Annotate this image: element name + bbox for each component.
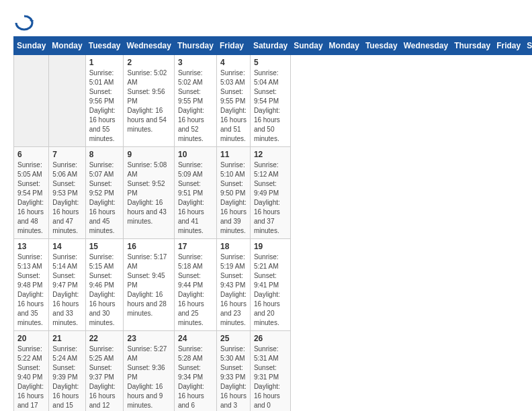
day-number: 4 (220, 58, 247, 67)
day-number: 17 (178, 242, 213, 251)
day-info: Sunrise: 5:07 AM Sunset: 9:52 PM Dayligh… (89, 161, 120, 236)
header-tuesday: Tuesday (85, 37, 124, 55)
calendar-cell: 18Sunrise: 5:19 AM Sunset: 9:43 PM Dayli… (216, 239, 250, 331)
week-row-3: 13Sunrise: 5:13 AM Sunset: 9:48 PM Dayli… (14, 239, 533, 331)
header-thursday: Thursday (174, 37, 216, 55)
day-info: Sunrise: 5:14 AM Sunset: 9:47 PM Dayligh… (52, 253, 81, 328)
day-number: 15 (89, 242, 120, 251)
day-number: 16 (127, 242, 170, 251)
day-number: 24 (178, 334, 213, 343)
logo-icon (15, 13, 34, 32)
day-number: 13 (17, 242, 45, 251)
day-info: Sunrise: 5:05 AM Sunset: 9:54 PM Dayligh… (17, 161, 45, 236)
day-info: Sunrise: 5:25 AM Sunset: 9:37 PM Dayligh… (89, 345, 120, 411)
calendar-cell: 13Sunrise: 5:13 AM Sunset: 9:48 PM Dayli… (14, 239, 49, 331)
calendar-cell: 12Sunrise: 5:12 AM Sunset: 9:49 PM Dayli… (250, 147, 290, 239)
calendar-cell: 16Sunrise: 5:17 AM Sunset: 9:45 PM Dayli… (124, 239, 174, 331)
day-info: Sunrise: 5:22 AM Sunset: 9:40 PM Dayligh… (17, 345, 45, 411)
header-sunday: Sunday (14, 37, 49, 55)
day-number: 12 (254, 150, 287, 159)
calendar-cell: 2Sunrise: 5:02 AM Sunset: 9:56 PM Daylig… (124, 55, 174, 147)
header-saturday: Saturday (250, 37, 290, 55)
day-info: Sunrise: 5:01 AM Sunset: 9:56 PM Dayligh… (89, 68, 120, 144)
header-day-friday: Friday (494, 37, 524, 55)
day-number: 20 (17, 334, 45, 343)
day-info: Sunrise: 5:04 AM Sunset: 9:54 PM Dayligh… (254, 68, 287, 144)
calendar-cell: 24Sunrise: 5:28 AM Sunset: 9:34 PM Dayli… (174, 331, 216, 412)
day-info: Sunrise: 5:19 AM Sunset: 9:43 PM Dayligh… (220, 253, 247, 328)
calendar-cell (14, 55, 49, 147)
day-info: Sunrise: 5:17 AM Sunset: 9:45 PM Dayligh… (127, 253, 170, 318)
day-info: Sunrise: 5:06 AM Sunset: 9:53 PM Dayligh… (52, 161, 81, 236)
day-info: Sunrise: 5:10 AM Sunset: 9:50 PM Dayligh… (220, 161, 247, 236)
calendar-cell: 6Sunrise: 5:05 AM Sunset: 9:54 PM Daylig… (14, 147, 49, 239)
day-number: 21 (52, 334, 81, 343)
day-number: 3 (178, 58, 213, 67)
week-row-1: 1Sunrise: 5:01 AM Sunset: 9:56 PM Daylig… (14, 55, 533, 147)
day-number: 23 (127, 334, 170, 343)
header-day-saturday: Saturday (524, 37, 532, 55)
day-number: 8 (89, 150, 120, 159)
day-info: Sunrise: 5:13 AM Sunset: 9:48 PM Dayligh… (17, 253, 45, 328)
day-number: 25 (220, 334, 247, 343)
calendar-cell: 8Sunrise: 5:07 AM Sunset: 9:52 PM Daylig… (85, 147, 124, 239)
day-info: Sunrise: 5:31 AM Sunset: 9:31 PM Dayligh… (254, 345, 287, 411)
calendar-cell: 26Sunrise: 5:31 AM Sunset: 9:31 PM Dayli… (250, 331, 290, 412)
day-number: 5 (254, 58, 287, 67)
page-header (13, 13, 519, 30)
header-day-sunday: Sunday (291, 37, 326, 55)
calendar-cell: 20Sunrise: 5:22 AM Sunset: 9:40 PM Dayli… (14, 331, 49, 412)
day-info: Sunrise: 5:28 AM Sunset: 9:34 PM Dayligh… (178, 345, 213, 411)
day-info: Sunrise: 5:12 AM Sunset: 9:49 PM Dayligh… (254, 161, 287, 236)
header-friday: Friday (216, 37, 250, 55)
day-info: Sunrise: 5:09 AM Sunset: 9:51 PM Dayligh… (178, 161, 213, 236)
day-info: Sunrise: 5:18 AM Sunset: 9:44 PM Dayligh… (178, 253, 213, 328)
day-number: 14 (52, 242, 81, 251)
day-info: Sunrise: 5:03 AM Sunset: 9:55 PM Dayligh… (220, 68, 247, 144)
day-number: 7 (52, 150, 81, 159)
calendar-cell: 11Sunrise: 5:10 AM Sunset: 9:50 PM Dayli… (216, 147, 250, 239)
day-number: 19 (254, 242, 287, 251)
header-day-tuesday: Tuesday (362, 37, 400, 55)
calendar-cell: 5Sunrise: 5:04 AM Sunset: 9:54 PM Daylig… (250, 55, 290, 147)
calendar-cell: 17Sunrise: 5:18 AM Sunset: 9:44 PM Dayli… (174, 239, 216, 331)
day-number: 11 (220, 150, 247, 159)
calendar-cell: 1Sunrise: 5:01 AM Sunset: 9:56 PM Daylig… (85, 55, 124, 147)
day-info: Sunrise: 5:27 AM Sunset: 9:36 PM Dayligh… (127, 345, 170, 410)
day-number: 10 (178, 150, 213, 159)
header-day-monday: Monday (326, 37, 362, 55)
day-info: Sunrise: 5:08 AM Sunset: 9:52 PM Dayligh… (127, 161, 170, 226)
day-info: Sunrise: 5:02 AM Sunset: 9:56 PM Dayligh… (127, 68, 170, 134)
day-info: Sunrise: 5:24 AM Sunset: 9:39 PM Dayligh… (52, 345, 81, 411)
day-number: 26 (254, 334, 287, 343)
day-info: Sunrise: 5:30 AM Sunset: 9:33 PM Dayligh… (220, 345, 247, 411)
calendar-cell: 21Sunrise: 5:24 AM Sunset: 9:39 PM Dayli… (49, 331, 85, 412)
calendar-cell: 15Sunrise: 5:15 AM Sunset: 9:46 PM Dayli… (85, 239, 124, 331)
calendar-cell: 9Sunrise: 5:08 AM Sunset: 9:52 PM Daylig… (124, 147, 174, 239)
calendar-cell: 3Sunrise: 5:02 AM Sunset: 9:55 PM Daylig… (174, 55, 216, 147)
day-info: Sunrise: 5:21 AM Sunset: 9:41 PM Dayligh… (254, 253, 287, 328)
day-number: 2 (127, 58, 170, 67)
day-number: 18 (220, 242, 247, 251)
calendar-header-row: SundayMondayTuesdayWednesdayThursdayFrid… (14, 37, 533, 55)
week-row-2: 6Sunrise: 5:05 AM Sunset: 9:54 PM Daylig… (14, 147, 533, 239)
calendar-cell: 19Sunrise: 5:21 AM Sunset: 9:41 PM Dayli… (250, 239, 290, 331)
header-monday: Monday (49, 37, 85, 55)
header-day-thursday: Thursday (451, 37, 494, 55)
calendar-cell: 7Sunrise: 5:06 AM Sunset: 9:53 PM Daylig… (49, 147, 85, 239)
calendar-cell: 23Sunrise: 5:27 AM Sunset: 9:36 PM Dayli… (124, 331, 174, 412)
logo (13, 13, 34, 30)
header-day-wednesday: Wednesday (400, 37, 451, 55)
calendar-cell: 4Sunrise: 5:03 AM Sunset: 9:55 PM Daylig… (216, 55, 250, 147)
day-number: 1 (89, 58, 120, 67)
calendar-table: SundayMondayTuesdayWednesdayThursdayFrid… (13, 36, 532, 411)
calendar-cell: 10Sunrise: 5:09 AM Sunset: 9:51 PM Dayli… (174, 147, 216, 239)
day-info: Sunrise: 5:15 AM Sunset: 9:46 PM Dayligh… (89, 253, 120, 328)
calendar-cell (49, 55, 85, 147)
day-info: Sunrise: 5:02 AM Sunset: 9:55 PM Dayligh… (178, 68, 213, 144)
day-number: 6 (17, 150, 45, 159)
day-number: 22 (89, 334, 120, 343)
calendar-cell: 22Sunrise: 5:25 AM Sunset: 9:37 PM Dayli… (85, 331, 124, 412)
header-wednesday: Wednesday (124, 37, 174, 55)
calendar-cell: 14Sunrise: 5:14 AM Sunset: 9:47 PM Dayli… (49, 239, 85, 331)
